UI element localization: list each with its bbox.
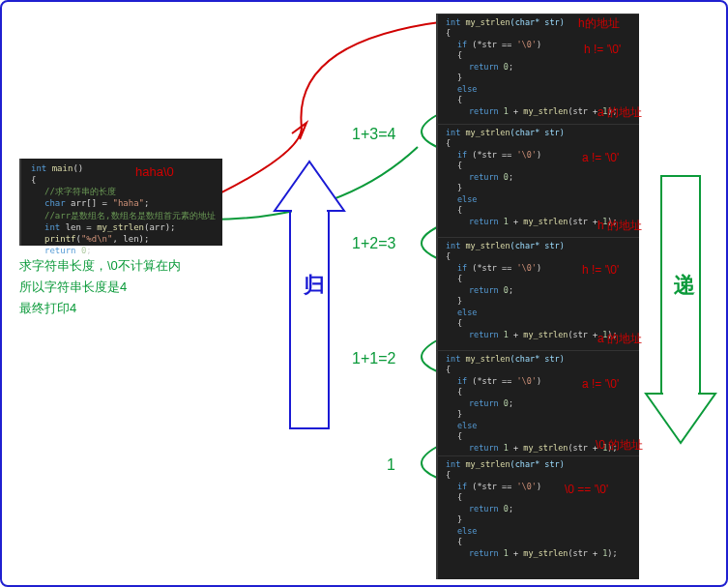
rb2-ret0: return 0; bbox=[446, 172, 634, 183]
math-4: 1 bbox=[387, 456, 395, 474]
green-path-return bbox=[210, 147, 418, 220]
rb2-else: else bbox=[446, 194, 634, 205]
di-label: 递 bbox=[674, 271, 695, 300]
rb3-else: else bbox=[446, 308, 634, 318]
blue-arrow-body bbox=[290, 211, 329, 428]
anno-ret-3: a 的地址 bbox=[597, 331, 642, 347]
anno-cond-1: h != '\0' bbox=[584, 43, 621, 56]
anno-ret-4: \0 的地址 bbox=[596, 437, 643, 454]
rb2-brace2: } bbox=[446, 183, 634, 193]
rb3-brace-open: { bbox=[446, 251, 634, 262]
green-arrow-head bbox=[646, 394, 715, 443]
rb4-header: int my_strlen(char* str) bbox=[446, 354, 634, 365]
red-path-main bbox=[186, 21, 447, 210]
rb5-header: int my_strlen(char* str) bbox=[446, 459, 634, 470]
rb1-else: else bbox=[446, 84, 634, 95]
rb4-brace-open: { bbox=[446, 365, 634, 375]
rb3-brace3: { bbox=[446, 318, 634, 329]
green-hook-3 bbox=[422, 340, 437, 371]
diagram-container: int main() { //求字符串的长度 char arr[] = "hah… bbox=[0, 0, 728, 587]
anno-cond-3: h != '\0' bbox=[582, 263, 619, 277]
main-line5: return 0; bbox=[31, 245, 217, 256]
red-arrowhead bbox=[292, 123, 306, 139]
anno-ret-2: h 的地址 bbox=[597, 218, 642, 234]
anno-addr-1: h的地址 bbox=[578, 15, 620, 32]
anno-cond-4: a != '\0' bbox=[582, 377, 619, 391]
green-hook-4 bbox=[422, 447, 437, 478]
main-brace-open: { bbox=[31, 174, 217, 186]
math-1: 1+3=4 bbox=[352, 126, 395, 143]
main-code-box: int main() { //求字符串的长度 char arr[] = "hah… bbox=[19, 159, 222, 246]
gui-label: 归 bbox=[304, 271, 325, 300]
anno-cond-2: a != '\0' bbox=[582, 151, 619, 164]
rb3-brace2: } bbox=[446, 296, 634, 307]
green-hook-1 bbox=[422, 115, 437, 147]
green-arrow-gap bbox=[663, 392, 698, 396]
rb5-ret0: return 0; bbox=[446, 504, 634, 514]
rb4-brace2: } bbox=[446, 409, 634, 420]
rb3-header: int my_strlen(char* str) bbox=[446, 241, 634, 251]
rb5-brace2: } bbox=[446, 514, 634, 525]
blue-arrow-gap bbox=[292, 210, 327, 214]
anno-cond-5: \0 == '\0' bbox=[565, 483, 608, 496]
rb2-brace-open: { bbox=[446, 138, 634, 149]
rb5-brace3: { bbox=[446, 537, 634, 547]
rb5-brace-open: { bbox=[446, 470, 634, 481]
rb5-retrec: return 1 + my_strlen(str + 1); bbox=[446, 548, 634, 559]
math-3: 1+1=2 bbox=[352, 350, 395, 367]
desc-line-2: 所以字符串长度是4 bbox=[19, 278, 127, 297]
main-line2: char arr[] = "haha"; bbox=[31, 197, 217, 209]
main-line4: printf("%d\n", len); bbox=[31, 233, 217, 245]
main-line1: int main() bbox=[31, 162, 217, 174]
rb2-brace3: { bbox=[446, 205, 634, 216]
rb3-ret0: return 0; bbox=[446, 285, 634, 296]
blue-arrow-head bbox=[275, 161, 344, 211]
main-cmt1: //求字符串的长度 bbox=[31, 186, 217, 197]
rb4-ret0: return 0; bbox=[446, 398, 634, 409]
rb2-header: int my_strlen(char* str) bbox=[446, 128, 634, 138]
math-2: 1+2=3 bbox=[352, 235, 395, 252]
desc-line-1: 求字符串长度，\0不计算在内 bbox=[19, 256, 181, 276]
green-hook-2 bbox=[422, 227, 437, 258]
haha-annotation: haha\0 bbox=[135, 164, 174, 179]
rb5-else: else bbox=[446, 526, 634, 537]
desc-line-3: 最终打印4 bbox=[19, 299, 76, 318]
recursion-block-5: int my_strlen(char* str) { if (*str == '… bbox=[436, 455, 639, 579]
rb1-brace2: } bbox=[446, 73, 634, 83]
main-cmt2: //arr是数组名,数组名是数组首元素的地址 bbox=[31, 210, 217, 221]
main-line3: int len = my_strlen(arr); bbox=[31, 221, 217, 233]
rb1-ret0: return 0; bbox=[446, 62, 634, 73]
rb4-else: else bbox=[446, 421, 634, 431]
anno-ret-1: a 的地址 bbox=[597, 104, 642, 121]
